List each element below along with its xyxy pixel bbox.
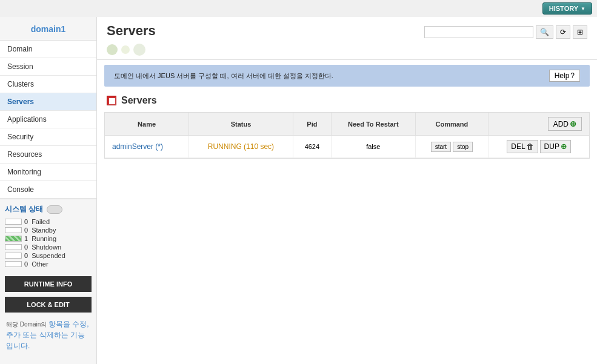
cell-status: RUNNING (110 sec) xyxy=(189,136,293,158)
help-button[interactable]: Help ? xyxy=(549,70,580,82)
add-button[interactable]: ADD ⊕ xyxy=(548,117,582,131)
table-header-row: Name Status Pid Need To Restart Command … xyxy=(105,113,589,136)
help-label: Help xyxy=(555,71,570,80)
del-button[interactable]: DEL 🗑 xyxy=(507,140,538,153)
page-title: Servers xyxy=(107,23,156,39)
add-label: ADD xyxy=(553,120,569,128)
section-title: Servers xyxy=(121,95,157,106)
status-row-running: 1 Running xyxy=(5,235,92,242)
runtime-info-button[interactable]: RUNTIME INFO xyxy=(5,276,92,292)
sidebar-item-domain[interactable]: Domain xyxy=(0,41,96,58)
section-icon xyxy=(107,96,116,105)
table-container: Name Status Pid Need To Restart Command … xyxy=(104,112,590,159)
status-label-other: Other xyxy=(32,260,48,268)
cell-name: adminServer (*) xyxy=(105,136,189,158)
system-status-toggle[interactable] xyxy=(47,205,62,214)
row-action-cell: DEL 🗑 DUP ⊕ xyxy=(496,140,582,153)
top-bar: HISTORY xyxy=(0,0,597,17)
status-bar-shutdown xyxy=(5,244,22,250)
export-button[interactable]: ⊞ xyxy=(573,25,587,39)
info-banner-text: 도메인 내에서 JEUS 서버를 구성할 때, 여러 서버에 대한 설정을 지정… xyxy=(114,71,333,81)
status-row-standby: 0 Standby xyxy=(5,227,92,234)
servers-table: Name Status Pid Need To Restart Command … xyxy=(105,113,589,158)
cell-command: start stop xyxy=(415,136,489,158)
cell-row-actions: DEL 🗑 DUP ⊕ xyxy=(489,136,589,158)
content-area: Servers 🔍 ⟳ ⊞ 도메인 내에서 JEUS 서버를 구성할 때, 여러… xyxy=(97,17,597,364)
sidebar: domain1 Domain Session Clusters Servers … xyxy=(0,17,97,364)
status-label-running: Running xyxy=(32,235,56,242)
th-actions: ADD ⊕ xyxy=(489,113,589,136)
server-name-link[interactable]: adminServer (*) xyxy=(112,142,163,151)
sidebar-domain-title[interactable]: domain1 xyxy=(0,17,96,41)
th-name: Name xyxy=(105,113,189,136)
table-row: adminServer (*) RUNNING (110 sec) 4624 f… xyxy=(105,136,589,158)
header-controls: 🔍 ⟳ ⊞ xyxy=(424,25,587,39)
system-status-section: 시스템 상태 0 Failed 0 Standby 1 Running xyxy=(0,199,96,274)
th-pid: Pid xyxy=(293,113,331,136)
status-count-standby: 0 xyxy=(24,227,28,234)
cell-need-to-restart: false xyxy=(331,136,415,158)
dup-button[interactable]: DUP ⊕ xyxy=(540,140,571,153)
info-banner: 도메인 내에서 JEUS 서버를 구성할 때, 여러 서버에 대한 설정을 지정… xyxy=(104,65,590,87)
status-label-suspended: Suspended xyxy=(32,252,65,259)
stop-button[interactable]: stop xyxy=(453,142,473,152)
sidebar-item-security[interactable]: Security xyxy=(0,128,96,146)
status-bar-other xyxy=(5,261,22,267)
system-status-title: 시스템 상태 xyxy=(5,204,92,214)
status-row-shutdown: 0 Shutdown xyxy=(5,243,92,251)
section-header: Servers xyxy=(97,91,597,110)
circle-deco-1 xyxy=(107,44,118,55)
sidebar-note-link[interactable]: 항목을 수정, 추가 또는 삭제하는 기능입니다. xyxy=(6,320,89,350)
status-row-other: 0 Other xyxy=(5,260,92,268)
sidebar-item-console[interactable]: Console xyxy=(0,181,96,199)
header-decorations xyxy=(107,44,156,56)
status-bar-fill-running xyxy=(5,236,21,241)
circle-deco-3 xyxy=(133,44,145,56)
status-bar-failed xyxy=(5,219,22,225)
del-icon: 🗑 xyxy=(527,142,534,151)
status-count-suspended: 0 xyxy=(24,252,28,259)
add-icon: ⊕ xyxy=(570,119,576,128)
sidebar-item-servers[interactable]: Servers xyxy=(0,93,96,111)
search-button[interactable]: 🔍 xyxy=(536,25,553,39)
main-layout: domain1 Domain Session Clusters Servers … xyxy=(0,17,597,364)
header-left: Servers xyxy=(107,23,156,56)
status-row-failed: 0 Failed xyxy=(5,218,92,225)
status-label-shutdown: Shutdown xyxy=(32,243,61,251)
status-running-text: RUNNING (110 sec) xyxy=(208,142,274,151)
sidebar-item-session[interactable]: Session xyxy=(0,58,96,76)
help-icon: ? xyxy=(570,71,575,80)
th-need-to-restart: Need To Restart xyxy=(331,113,415,136)
sidebar-item-resources[interactable]: Resources xyxy=(0,146,96,164)
sidebar-note: 해당 Domain의 항목을 수정, 추가 또는 삭제하는 기능입니다. xyxy=(0,315,96,355)
th-command: Command xyxy=(415,113,489,136)
status-count-failed: 0 xyxy=(24,218,28,225)
sidebar-item-clusters[interactable]: Clusters xyxy=(0,76,96,93)
dup-label: DUP xyxy=(544,142,559,151)
status-count-shutdown: 0 xyxy=(24,243,28,251)
cell-pid: 4624 xyxy=(293,136,331,158)
status-count-other: 0 xyxy=(24,260,28,268)
del-label: DEL xyxy=(511,142,525,151)
status-bar-suspended xyxy=(5,253,22,259)
refresh-button[interactable]: ⟳ xyxy=(556,25,570,39)
status-label-standby: Standby xyxy=(32,227,56,234)
system-status-label: 시스템 상태 xyxy=(5,204,43,214)
sidebar-item-monitoring[interactable]: Monitoring xyxy=(0,164,96,181)
circle-deco-2 xyxy=(121,45,130,54)
status-count-running: 1 xyxy=(24,235,28,242)
status-bar-standby xyxy=(5,227,22,233)
status-label-failed: Failed xyxy=(32,218,50,225)
lock-edit-button[interactable]: LOCK & EDIT xyxy=(5,297,92,313)
status-row-suspended: 0 Suspended xyxy=(5,252,92,259)
sidebar-item-applications[interactable]: Applications xyxy=(0,111,96,128)
status-bar-running xyxy=(5,236,22,242)
th-status: Status xyxy=(189,113,293,136)
search-input[interactable] xyxy=(424,26,533,38)
start-button[interactable]: start xyxy=(431,142,451,152)
content-header: Servers 🔍 ⟳ ⊞ xyxy=(97,17,597,60)
command-cell: start stop xyxy=(423,142,481,152)
history-button[interactable]: HISTORY xyxy=(542,2,592,15)
dup-icon: ⊕ xyxy=(561,142,567,151)
